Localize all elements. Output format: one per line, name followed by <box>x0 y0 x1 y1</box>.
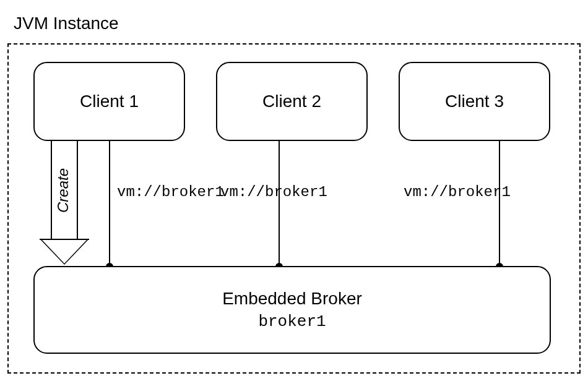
client-1-conn-label: vm://broker1 <box>117 184 224 200</box>
client-2-conn-label: vm://broker1 <box>220 184 327 200</box>
jvm-instance-title: JVM Instance <box>14 14 119 33</box>
client-1-label: Client 1 <box>80 92 139 111</box>
client-3-label: Client 3 <box>445 92 504 111</box>
client-2-conn-line <box>279 141 280 267</box>
client-1-conn-line <box>109 141 110 267</box>
client-1-box: Client 1 <box>33 62 185 141</box>
client-2-box: Client 2 <box>216 62 368 141</box>
client-3-conn-line <box>499 141 500 267</box>
jvm-instance-box: Client 1 Client 2 Client 3 Create vm://b… <box>7 43 581 374</box>
client-2-label: Client 2 <box>262 92 321 111</box>
broker-title: Embedded Broker <box>222 289 362 309</box>
create-arrow: Create <box>40 141 89 266</box>
create-label: Create <box>54 168 72 213</box>
embedded-broker-box: Embedded Broker broker1 <box>33 266 551 354</box>
client-3-conn-label: vm://broker1 <box>404 184 511 200</box>
client-3-box: Client 3 <box>399 62 550 141</box>
broker-name: broker1 <box>258 312 326 331</box>
